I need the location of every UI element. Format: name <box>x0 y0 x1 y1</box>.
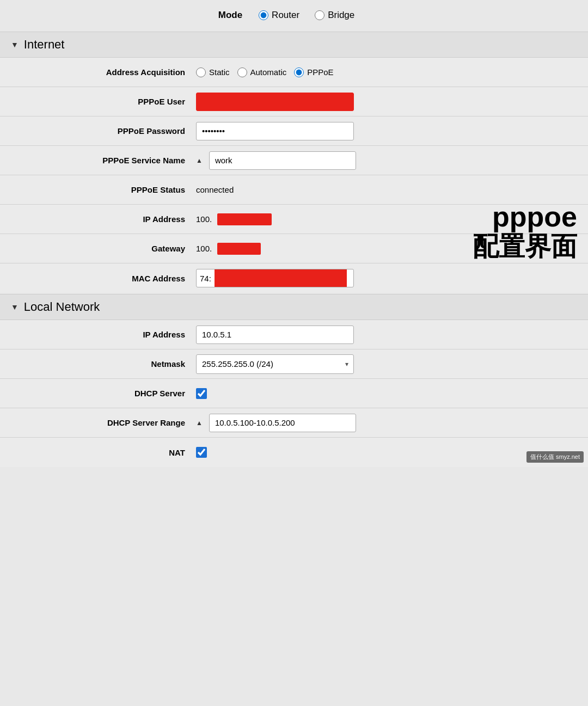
pppoe-radio[interactable] <box>294 67 304 77</box>
gateway-row: Gateway 100. <box>0 234 588 263</box>
gateway-prefix: 100. <box>196 244 212 253</box>
address-radio-group: Static Automatic PPPoE <box>196 67 334 77</box>
dhcp-server-range-input[interactable] <box>209 414 356 432</box>
mac-redact <box>215 269 347 287</box>
wan-ip-address-content: 100. <box>196 213 588 225</box>
pppoe-password-label: PPPoE Password <box>0 126 196 136</box>
wan-ip-address-row: IP Address 100. <box>0 205 588 234</box>
pppoe-service-name-input[interactable] <box>209 151 356 170</box>
pppoe-user-row: PPPoE User <box>0 87 588 116</box>
pppoe-status-content: connected <box>196 185 588 194</box>
local-network-section-content: IP Address Netmask 255.255.255.0 (/24) 2… <box>0 320 588 467</box>
netmask-select-wrapper: 255.255.255.0 (/24) 255.255.0.0 (/16) 25… <box>196 354 354 374</box>
pppoe-service-name-row: PPPoE Service Name ▲ <box>0 146 588 175</box>
smyz-badge: 值什么值 smyz.net <box>526 451 584 463</box>
pppoe-option[interactable]: PPPoE <box>294 67 333 77</box>
mac-prefix: 74: <box>197 274 215 283</box>
static-label: Static <box>209 67 230 77</box>
dhcp-server-range-row: DHCP Server Range ▲ <box>0 408 588 438</box>
local-network-collapse-arrow: ▼ <box>11 303 19 311</box>
internet-section-header[interactable]: ▼ Internet <box>0 32 588 58</box>
dhcp-server-range-content: ▲ <box>196 414 588 432</box>
internet-collapse-arrow: ▼ <box>11 40 19 49</box>
dhcp-server-content <box>196 388 588 399</box>
internet-section-title: Internet <box>24 38 65 52</box>
static-radio[interactable] <box>196 67 206 77</box>
pppoe-user-content <box>196 93 588 111</box>
automatic-radio[interactable] <box>237 67 247 77</box>
wan-ip-redact <box>217 213 272 225</box>
mode-router-label: Router <box>272 10 299 21</box>
dhcp-server-range-label: DHCP Server Range <box>0 418 196 427</box>
pppoe-status-value: connected <box>196 185 234 194</box>
address-acquisition-label: Address Acquisition <box>0 67 196 77</box>
netmask-select[interactable]: 255.255.255.0 (/24) 255.255.0.0 (/16) 25… <box>196 354 354 374</box>
pppoe-user-label: PPPoE User <box>0 97 196 106</box>
pppoe-status-label: PPPoE Status <box>0 185 196 194</box>
mode-label: Mode <box>218 10 242 21</box>
lan-ip-address-label: IP Address <box>0 330 196 339</box>
gateway-content: 100. <box>196 243 588 255</box>
lan-ip-address-row: IP Address <box>0 320 588 349</box>
lan-ip-address-input[interactable] <box>196 326 354 344</box>
nat-row: NAT <box>0 438 588 467</box>
pppoe-service-name-label: PPPoE Service Name <box>0 156 196 165</box>
address-acquisition-content: Static Automatic PPPoE <box>196 67 588 77</box>
mode-bridge-option[interactable]: Bridge <box>315 10 354 21</box>
local-network-section-header[interactable]: ▼ Local Network <box>0 294 588 320</box>
mode-bridge-radio[interactable] <box>315 10 324 20</box>
pppoe-user-input[interactable] <box>196 93 354 111</box>
wan-ip-address-label: IP Address <box>0 214 196 224</box>
netmask-row: Netmask 255.255.255.0 (/24) 255.255.0.0 … <box>0 349 588 379</box>
mode-router-radio[interactable] <box>259 10 268 20</box>
pppoe-service-name-content: ▲ <box>196 151 588 170</box>
pppoe-password-input[interactable] <box>196 122 354 140</box>
local-network-section-title: Local Network <box>24 300 100 314</box>
gateway-redact <box>217 243 261 255</box>
pppoe-password-row: PPPoE Password <box>0 116 588 146</box>
pppoe-label: PPPoE <box>307 67 333 77</box>
netmask-content: 255.255.255.0 (/24) 255.255.0.0 (/16) 25… <box>196 354 588 374</box>
nat-checkbox[interactable] <box>196 447 207 458</box>
mac-address-box: 74: <box>196 269 354 287</box>
automatic-label: Automatic <box>250 67 287 77</box>
wan-ip-prefix: 100. <box>196 214 212 224</box>
service-name-triangle: ▲ <box>196 157 203 164</box>
pppoe-password-content <box>196 122 588 140</box>
pppoe-status-row: PPPoE Status connected <box>0 175 588 205</box>
mode-router-option[interactable]: Router <box>259 10 299 21</box>
dhcp-server-checkbox[interactable] <box>196 388 207 399</box>
gateway-label: Gateway <box>0 244 196 253</box>
lan-ip-address-content <box>196 326 588 344</box>
dhcp-server-row: DHCP Server <box>0 379 588 408</box>
static-option[interactable]: Static <box>196 67 230 77</box>
mac-address-row: MAC Address 74: <box>0 263 588 293</box>
nat-label: NAT <box>0 448 196 457</box>
dhcp-server-label: DHCP Server <box>0 389 196 398</box>
mode-row: Mode Router Bridge <box>0 0 588 30</box>
mode-bridge-label: Bridge <box>328 10 354 21</box>
address-acquisition-row: Address Acquisition Static Automatic <box>0 58 588 87</box>
netmask-label: Netmask <box>0 359 196 369</box>
mac-address-label: MAC Address <box>0 274 196 283</box>
dhcp-range-triangle: ▲ <box>196 419 203 427</box>
mac-address-content: 74: <box>196 269 588 287</box>
automatic-option[interactable]: Automatic <box>237 67 287 77</box>
internet-section-content: Address Acquisition Static Automatic <box>0 58 588 293</box>
